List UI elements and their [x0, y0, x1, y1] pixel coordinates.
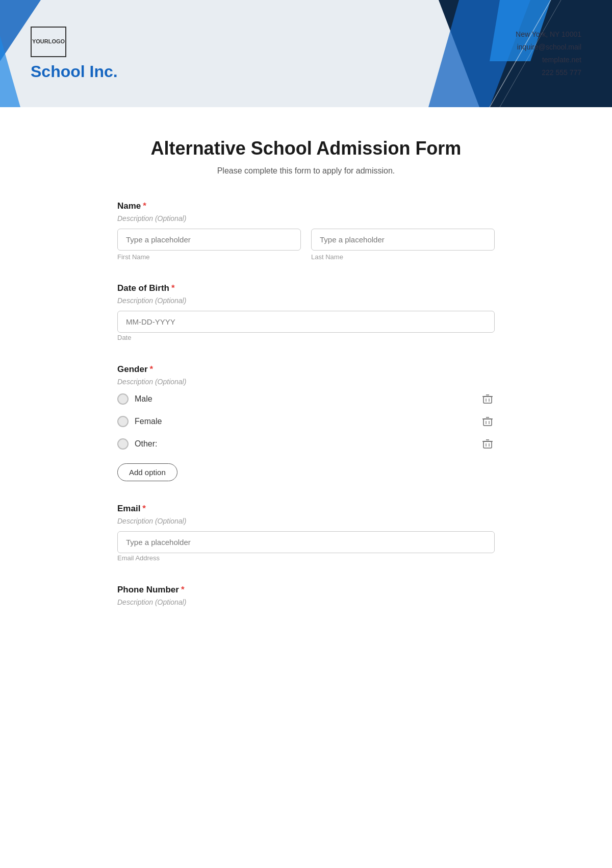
- svg-rect-12: [483, 419, 492, 426]
- required-star-dob: *: [171, 283, 175, 293]
- label-name: Name*: [117, 201, 495, 211]
- required-star-gender: *: [150, 364, 154, 374]
- dob-input[interactable]: [117, 311, 495, 333]
- first-name-label: First Name: [117, 253, 301, 261]
- name-input-row: First Name Last Name: [117, 229, 495, 261]
- section-email: Email* Description (Optional) Email Addr…: [117, 504, 495, 562]
- dob-sublabel: Date: [117, 334, 131, 341]
- dob-input-wrap: Date: [117, 311, 495, 342]
- logo-box: YOUR LOGO: [31, 27, 66, 57]
- delete-other-button[interactable]: [480, 437, 495, 451]
- email-input[interactable]: [117, 531, 495, 553]
- svg-rect-17: [483, 441, 492, 448]
- header-domain: template.net: [516, 54, 581, 66]
- section-gender: Gender* Description (Optional) Male: [117, 364, 495, 481]
- required-star-email: *: [142, 504, 146, 513]
- email-input-wrap: Email Address: [117, 531, 495, 562]
- radio-option-female: Female: [117, 414, 495, 429]
- header-phone: 222 555 777: [516, 66, 581, 79]
- last-name-field: Last Name: [311, 229, 495, 261]
- form-container: Alternative School Admission Form Please…: [76, 107, 536, 669]
- radio-option-male: Male: [117, 392, 495, 406]
- header-left: YOUR LOGO School Inc.: [31, 27, 118, 81]
- section-dob: Date of Birth* Description (Optional) Da…: [117, 283, 495, 342]
- last-name-label: Last Name: [311, 253, 495, 261]
- header-contact: New York, NY 10001 inquire@school.mail t…: [516, 28, 581, 80]
- svg-rect-7: [483, 396, 492, 403]
- radio-circle-other[interactable]: [117, 438, 129, 450]
- radio-label-other: Other:: [135, 439, 157, 449]
- first-name-input[interactable]: [117, 229, 301, 251]
- radio-option-other: Other:: [117, 437, 495, 451]
- radio-label-male: Male: [135, 394, 152, 404]
- desc-email: Description (Optional): [117, 517, 495, 525]
- desc-dob: Description (Optional): [117, 296, 495, 305]
- section-name: Name* Description (Optional) First Name …: [117, 201, 495, 261]
- logo-text2: LOGO: [48, 38, 65, 45]
- label-phone: Phone Number*: [117, 585, 495, 595]
- desc-gender: Description (Optional): [117, 378, 495, 386]
- desc-phone: Description (Optional): [117, 598, 495, 606]
- desc-name: Description (Optional): [117, 214, 495, 222]
- radio-label-female: Female: [135, 417, 162, 426]
- radio-circle-female[interactable]: [117, 416, 129, 427]
- add-option-button[interactable]: Add option: [117, 463, 177, 481]
- email-sublabel: Email Address: [117, 554, 160, 562]
- logo-text: YOUR: [32, 38, 48, 45]
- label-dob: Date of Birth*: [117, 283, 495, 293]
- form-subtitle: Please complete this form to apply for a…: [117, 166, 495, 176]
- radio-left-male: Male: [117, 393, 152, 405]
- page-header: YOUR LOGO School Inc. New York, NY 10001…: [0, 0, 612, 107]
- header-address: New York, NY 10001: [516, 28, 581, 41]
- section-phone: Phone Number* Description (Optional): [117, 585, 495, 606]
- delete-male-button[interactable]: [480, 392, 495, 406]
- required-star-name: *: [143, 201, 146, 211]
- required-star-phone: *: [181, 585, 185, 594]
- first-name-field: First Name: [117, 229, 301, 261]
- label-gender: Gender*: [117, 364, 495, 375]
- label-email: Email*: [117, 504, 495, 514]
- school-name: School Inc.: [31, 62, 118, 81]
- form-title: Alternative School Admission Form: [117, 138, 495, 159]
- header-email: inquire@school.mail: [516, 41, 581, 54]
- radio-left-female: Female: [117, 416, 162, 427]
- radio-circle-male[interactable]: [117, 393, 129, 405]
- delete-female-button[interactable]: [480, 414, 495, 429]
- svg-marker-1: [0, 36, 20, 107]
- radio-left-other: Other:: [117, 438, 157, 450]
- last-name-input[interactable]: [311, 229, 495, 251]
